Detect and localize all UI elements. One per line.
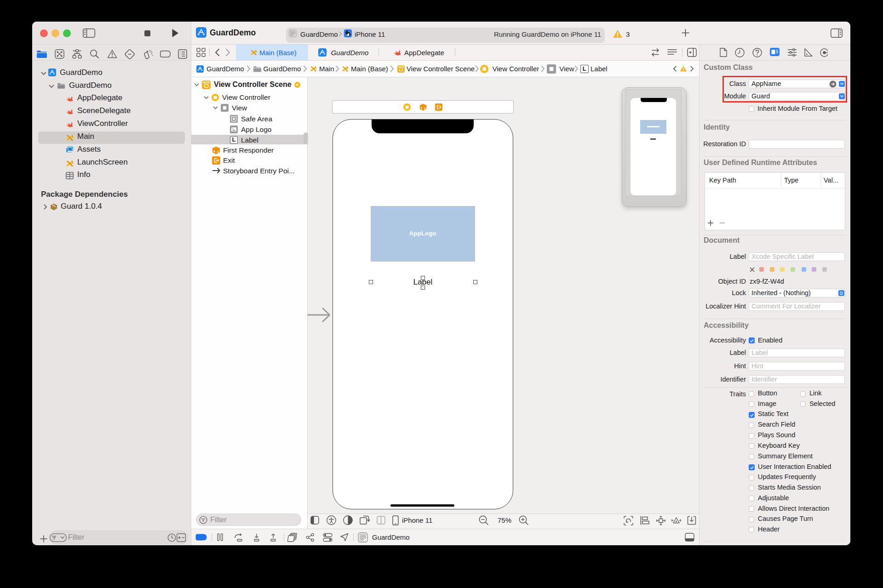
svg-text:1: 1: [217, 150, 219, 154]
